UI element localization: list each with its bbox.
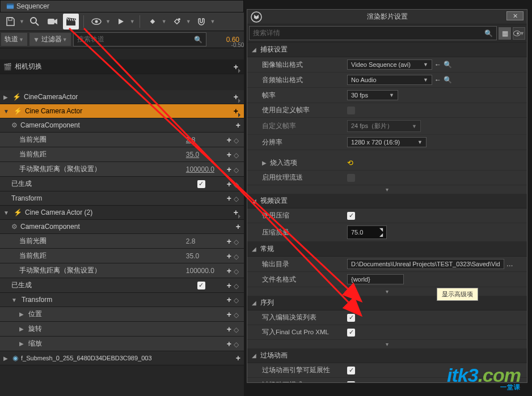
track-value[interactable]: 2.8 — [186, 136, 220, 144]
transform-track[interactable]: Transform +◇ — [0, 191, 244, 206]
spawned-checkbox[interactable]: ✓ — [197, 282, 205, 289]
output-dir-input[interactable]: D:\Documents\Unreal Projects\TEST_0323\S… — [347, 259, 504, 269]
expand-icon[interactable]: ▶ — [3, 94, 8, 100]
scale-track[interactable]: ▶缩放 +◇ — [0, 337, 244, 351]
cinematic-category[interactable]: ◢过场动画 — [247, 348, 527, 363]
cine-camera-actor-2-track[interactable]: ▼⚡Cine Camera Actor (2) + — [0, 206, 244, 220]
expand-icon[interactable]: ▶ — [19, 311, 24, 317]
manual-focus-2-track[interactable]: 手动聚焦距离（聚焦设置） 100000.0+◇ — [0, 263, 244, 278]
clapper-icon — [65, 16, 77, 27]
render-movie-button[interactable] — [63, 14, 79, 29]
reset-button[interactable]: ⟲ — [347, 159, 353, 167]
compression-spinner[interactable]: 75.0◥◢ — [347, 225, 387, 239]
prop-label: 写入Final Cut Pro XML — [262, 328, 347, 337]
spawned-checkbox[interactable]: ✓ — [197, 180, 205, 188]
close-button[interactable]: ✕ — [506, 11, 523, 20]
camera-cuts-track[interactable]: 🎬相机切换 + — [0, 59, 244, 74]
spawned-track[interactable]: 已生成 ✓+◇ — [0, 177, 244, 191]
track-label: f_Submesh_0_255_6480D34DEBD3C989_003 — [21, 355, 152, 361]
edl-checkbox[interactable]: ✓ — [347, 314, 355, 322]
track-value[interactable]: 35.0 — [186, 151, 220, 159]
search-button[interactable] — [27, 14, 43, 29]
compression-checkbox[interactable]: ✓ — [347, 212, 355, 220]
expand-icon[interactable]: ▶ — [262, 160, 267, 166]
frame-rate-combo[interactable]: 30 fps▼ — [347, 90, 398, 100]
track-label: 已生成 — [11, 179, 32, 189]
prev-button[interactable]: ← — [434, 61, 441, 69]
image-format-combo[interactable]: Video Sequence (avi)▼ — [347, 59, 432, 70]
track-search[interactable]: 搜索轨道 🔍 — [73, 32, 206, 46]
general-category[interactable]: ◢常规 — [247, 242, 527, 257]
filename-input[interactable]: {world} — [347, 274, 404, 284]
expand-icon[interactable]: ▼ — [11, 297, 17, 303]
save-dropdown-icon[interactable]: ▼ — [19, 19, 24, 24]
dropdown-icon[interactable]: ▼ — [210, 19, 216, 24]
track-value[interactable]: 35.0 — [186, 252, 220, 260]
submesh-track[interactable]: ▶◉f_Submesh_0_255_6480D34DEBD3C989_003 + — [0, 351, 244, 365]
dropdown-icon[interactable]: ▼ — [162, 19, 167, 24]
expand-icon[interactable]: ▼ — [3, 210, 9, 216]
sequence-category[interactable]: ◢序列 — [247, 296, 527, 310]
focus-dist-2-track[interactable]: 当前焦距 35.0+◇ — [0, 249, 244, 263]
dropdown-icon[interactable]: ▼ — [105, 19, 111, 24]
track-value[interactable]: 100000.0 — [186, 165, 220, 173]
transform-2-track[interactable]: ▼Transform +◇ — [0, 293, 244, 307]
camera-button[interactable] — [45, 14, 61, 29]
write-fcpxml-prop: 写入Final Cut Pro XML ✓ — [247, 325, 527, 340]
view-button[interactable] — [88, 14, 104, 29]
spawned-2-track[interactable]: 已生成 ✓+◇ — [0, 278, 244, 293]
expand-down-icon[interactable]: ▾ — [247, 340, 527, 348]
filter-dropdown[interactable]: ▼过滤器▼ — [29, 33, 71, 46]
capture-category[interactable]: ◢捕获设置 — [247, 42, 527, 57]
expand-icon[interactable]: ▶ — [3, 355, 8, 361]
autokey-button[interactable] — [169, 14, 185, 29]
browse-button[interactable]: 🔍 — [444, 61, 452, 69]
cat-label: 捕获设置 — [260, 45, 288, 54]
expand-icon[interactable]: ▼ — [3, 108, 9, 114]
texture-checkbox[interactable] — [347, 174, 355, 182]
position-track[interactable]: ▶位置 +◇ — [0, 307, 244, 322]
grid-view-button[interactable]: ▦ — [499, 27, 511, 40]
dropdown-icon[interactable]: ▼ — [130, 19, 135, 24]
aperture-2-track[interactable]: 当前光圈 2.8+◇ — [0, 234, 244, 249]
write-edl-prop: 写入编辑决策列表 ✓ — [247, 310, 527, 325]
save-button[interactable] — [2, 14, 18, 29]
sequencer-tab[interactable]: Sequencer — [0, 0, 244, 12]
custom-fr-combo[interactable]: 24 fps（影片）▼ — [347, 120, 421, 132]
prev-button[interactable]: ← — [434, 76, 441, 84]
cine-camera-actor-track[interactable]: ▶⚡CineCameraActor + — [0, 90, 244, 104]
expand-icon[interactable]: ▶ — [19, 340, 24, 347]
expand-icon[interactable]: ▶ — [19, 326, 24, 332]
video-category[interactable]: ◢视频设置 — [247, 194, 527, 208]
track-label: 当前焦距 — [19, 251, 47, 261]
custom-fr-checkbox[interactable] — [347, 107, 355, 114]
cinematic-mode-checkbox[interactable]: ✓ — [347, 381, 355, 383]
dropdown-icon[interactable]: ▼ — [186, 19, 191, 24]
expand-down-icon[interactable]: ▾ — [247, 287, 527, 296]
camera-component-track[interactable]: ⚙CameraComponent + — [0, 118, 244, 133]
track-value[interactable]: 100000.0 — [186, 267, 220, 275]
browse-button[interactable]: … — [506, 260, 513, 268]
details-search[interactable]: 搜索详情 🔍 — [249, 26, 497, 40]
track-value[interactable]: 2.8 — [186, 237, 220, 245]
prop-label: 图像输出格式 — [262, 61, 347, 69]
snap-button[interactable] — [193, 14, 209, 29]
audio-format-combo[interactable]: No Audio▼ — [347, 75, 432, 85]
frame-rate-prop: 帧率 30 fps▼ — [247, 88, 527, 103]
track-label: Cine Camera Actor (2) — [25, 208, 92, 216]
camera-component-2-track[interactable]: ⚙CameraComponent + — [0, 220, 244, 234]
aperture-track[interactable]: 当前光圈 2.8+◇ — [0, 133, 244, 147]
focus-dist-track[interactable]: 当前焦距 35.0+◇ — [0, 147, 244, 162]
manual-focus-track[interactable]: 手动聚焦距离（聚焦设置） 100000.0+◇ — [0, 162, 244, 177]
playback-button[interactable] — [113, 14, 129, 29]
key-button[interactable] — [145, 14, 161, 29]
expand-down-icon[interactable]: ▾ — [247, 185, 527, 194]
eye-view-button[interactable]: ▼ — [513, 27, 525, 40]
rotation-track[interactable]: ▶旋转 +◇ — [0, 322, 244, 337]
fcpxml-checkbox[interactable]: ✓ — [347, 329, 355, 337]
cinematic-ext-checkbox[interactable]: ✓ — [347, 367, 355, 374]
track-dropdown[interactable]: 轨道▼ — [1, 33, 27, 46]
cine-camera-actor-selected[interactable]: ▼⚡Cine Camera Actor + — [0, 104, 244, 118]
browse-button[interactable]: 🔍 — [444, 76, 452, 84]
resolution-combo[interactable]: 1280 x 720 (16:9)▼ — [347, 137, 427, 147]
